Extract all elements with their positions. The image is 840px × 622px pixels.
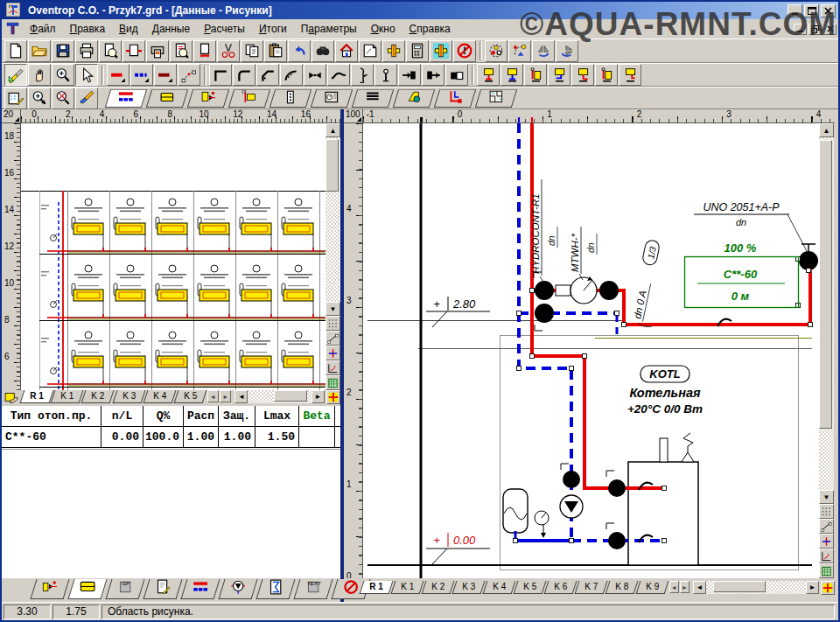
scroll-track[interactable]	[819, 137, 834, 490]
export-drawing-button[interactable]	[193, 40, 216, 62]
panels-category-tab[interactable]	[270, 89, 312, 108]
column-header[interactable]: Защ.	[219, 406, 256, 426]
sheet-tab-k5[interactable]: K 5	[173, 390, 206, 403]
print-button[interactable]	[75, 40, 98, 62]
sheet-tab-r1[interactable]: R 1	[19, 390, 52, 403]
menu-8[interactable]: Окно	[364, 20, 402, 38]
scroll-left-button[interactable]: ◄	[693, 581, 706, 594]
connect-start-button[interactable]	[422, 64, 444, 86]
column-header[interactable]: Beta	[299, 406, 335, 426]
pipe-junction-button[interactable]	[382, 40, 405, 62]
new-sheet-button[interactable]	[359, 40, 382, 62]
close-button[interactable]	[821, 4, 836, 17]
sheet-tab-k4[interactable]: K 4	[143, 390, 176, 403]
results-tab[interactable]	[256, 579, 295, 599]
mini-green-grid-button[interactable]	[819, 563, 834, 578]
cancel-calculation-button[interactable]	[453, 40, 476, 62]
menu-7[interactable]: Параметры	[294, 20, 364, 38]
tab-scroll-right-button[interactable]: ►	[680, 581, 690, 593]
mini-measure-button[interactable]	[819, 519, 834, 534]
flip-horizontal-button[interactable]	[556, 40, 578, 62]
connect-end-button[interactable]	[398, 64, 421, 86]
radiator-elbow-blue-button[interactable]	[548, 64, 570, 86]
results-table[interactable]: Тип отоп.пр.n/LQ%РаспЗащ.LmaxBetaC**-600…	[2, 406, 340, 449]
radiators-tab[interactable]	[67, 579, 107, 599]
print-drawing-button[interactable]	[146, 40, 169, 62]
mini-grid-button[interactable]	[326, 316, 340, 331]
scroll-right-button[interactable]: ►	[806, 581, 819, 594]
sheet-tab-k8[interactable]: K 8	[605, 581, 638, 594]
radiator-riser-red-button[interactable]	[595, 64, 618, 86]
scale-tab[interactable]: GP	[105, 579, 144, 599]
table-row[interactable]: C**-600.00100.01.001.001.50	[2, 427, 340, 448]
return-line-button[interactable]	[130, 64, 153, 86]
pump-tab[interactable]	[218, 579, 257, 599]
column-header[interactable]: Расп	[184, 406, 219, 426]
distributors-category-tab[interactable]	[352, 89, 394, 108]
scroll-thumb[interactable]	[713, 581, 766, 592]
menu-2[interactable]: Правка	[63, 20, 113, 38]
radiator-elbow-red-button[interactable]	[619, 64, 641, 86]
child-close-button[interactable]	[823, 24, 836, 35]
open-file-button[interactable]	[28, 40, 51, 62]
risers-category-tab[interactable]	[228, 89, 270, 108]
sheet-tab-k6[interactable]: K 6	[543, 581, 577, 594]
column-header[interactable]: Q%	[144, 406, 184, 426]
supply-line-button[interactable]	[107, 64, 130, 86]
floor-plan-category-tab[interactable]	[475, 89, 517, 108]
calculator-button[interactable]	[406, 40, 429, 62]
home-button[interactable]	[335, 40, 358, 62]
page-setup-button[interactable]	[122, 40, 145, 62]
tab-scroll-left-button[interactable]: ◄	[207, 390, 219, 402]
canvas-background[interactable]	[363, 123, 819, 578]
paste-button[interactable]	[264, 40, 287, 62]
left-vertical-scrollbar[interactable]: ▲▼	[326, 123, 340, 390]
print-preview-button[interactable]	[99, 40, 122, 62]
mini-axes-button[interactable]	[326, 346, 340, 360]
menu-4[interactable]: Данные	[145, 20, 197, 38]
sheet-tab[interactable]	[143, 579, 182, 599]
scroll-thumb[interactable]	[274, 390, 307, 402]
sheet-tab-k2[interactable]: K 2	[81, 390, 115, 403]
center-drawing-button[interactable]	[326, 390, 340, 404]
schematic-drawing-canvas[interactable]: 100 % C**-60 0 м UNO 2051+A-P dn	[363, 123, 819, 578]
sheet-tab-k5[interactable]: K 5	[513, 581, 546, 594]
zoom-window-button[interactable]	[28, 87, 51, 109]
undo-button[interactable]	[288, 40, 311, 62]
shape-edit-button[interactable]	[508, 40, 531, 62]
child-restore-button[interactable]	[808, 24, 822, 35]
zoom-cancel-button[interactable]	[52, 87, 74, 109]
sheet-tab-k7[interactable]: K 7	[574, 581, 607, 594]
balance-diagram-button[interactable]	[485, 40, 508, 62]
menu-9[interactable]: Справка	[402, 20, 458, 38]
center-drawing-button[interactable]	[821, 581, 835, 595]
fittings-category-tab[interactable]	[187, 89, 229, 108]
scroll-up-button[interactable]: ▲	[819, 123, 834, 137]
offset-curve-button[interactable]	[327, 64, 350, 86]
column-header[interactable]: n/L	[102, 406, 144, 426]
cut-button[interactable]	[217, 40, 240, 62]
horizontal-scrollbar[interactable]: ◄►	[693, 581, 819, 594]
pipe-junction-active-button[interactable]	[430, 40, 452, 62]
scroll-thumb[interactable]	[326, 139, 339, 192]
radiator-bottom-button[interactable]	[477, 64, 500, 86]
column-header[interactable]: Тип отоп.пр.	[2, 406, 102, 426]
scroll-track[interactable]	[326, 137, 340, 302]
menu-6[interactable]: Итоги	[252, 20, 294, 38]
column-header[interactable]: Lmax	[256, 406, 299, 426]
menu-3[interactable]: Вид	[112, 20, 145, 38]
radiator-bottom-blue-button[interactable]	[500, 64, 523, 86]
find-button[interactable]	[312, 40, 334, 62]
paint-brush-button[interactable]	[75, 87, 98, 109]
sheet-tab-k1[interactable]: K 1	[51, 390, 84, 403]
devices-category-tab[interactable]	[311, 89, 353, 108]
secondary-line-button[interactable]	[154, 64, 177, 86]
maximize-button[interactable]	[804, 4, 819, 17]
mini-green-grid-button[interactable]	[326, 375, 340, 390]
tab-scroll-right-button[interactable]: ►	[220, 390, 231, 402]
corner-square-button[interactable]	[209, 64, 232, 86]
scroll-thumb[interactable]	[819, 140, 832, 429]
document-icon[interactable]	[5, 21, 21, 37]
right-vertical-scrollbar[interactable]: ▲▼	[819, 123, 834, 578]
child-minimize-button[interactable]	[794, 24, 807, 35]
